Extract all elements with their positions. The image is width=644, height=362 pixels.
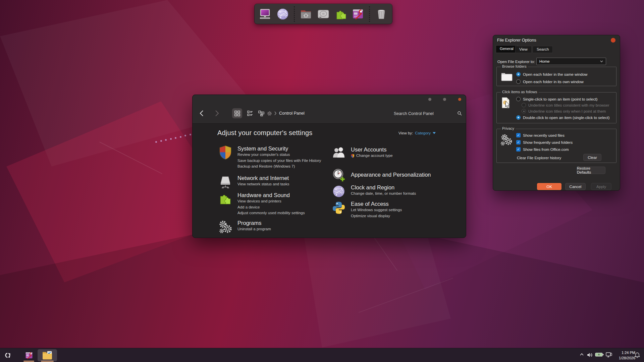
privacy-group: Privacy ✓ Show recently used files ✓ Sho… (496, 129, 616, 163)
battery-charging-icon[interactable] (595, 352, 604, 357)
uac-shield-icon (351, 154, 355, 158)
restore-defaults-button[interactable]: Restore Defaults (577, 167, 605, 174)
cancel-button[interactable]: Cancel (565, 183, 586, 190)
privacy-gears-icon (499, 133, 513, 146)
checkbox-office-files[interactable]: ✓ Show files from Office.com (516, 147, 569, 152)
category-link[interactable]: Change date, time, or number formats (351, 191, 416, 197)
category-title[interactable]: System and Security (237, 145, 321, 152)
radio-icon (522, 109, 526, 113)
network-device-icon (218, 175, 233, 189)
bell-icon[interactable] (635, 352, 640, 358)
click-items-group: Click items as follows Single-click to o… (496, 92, 616, 123)
settings-tools-icon[interactable] (351, 7, 365, 21)
category-title[interactable]: Hardware and Sound (237, 192, 305, 198)
category-title[interactable]: Appearance and Personalization (351, 171, 431, 178)
category-title[interactable]: Ease of Access (351, 200, 402, 207)
category-link[interactable]: Backup and Restore (Windows 7) (237, 164, 321, 170)
clock-time: 1:24 PM (614, 350, 635, 355)
checkbox-recent-files[interactable]: ✓ Show recently used files (516, 133, 565, 137)
category-link[interactable]: Optimize visual display (351, 213, 402, 219)
folder-white-icon (501, 72, 513, 82)
trash-icon[interactable] (374, 7, 388, 21)
top-dock (254, 4, 392, 24)
category-title[interactable]: User Accounts (351, 146, 393, 153)
ok-button[interactable]: OK (537, 183, 561, 190)
computer-icon[interactable] (259, 7, 272, 21)
volume-icon[interactable] (587, 352, 593, 358)
category-link[interactable]: Add a device (237, 204, 305, 210)
tab-search[interactable]: Search (533, 46, 553, 53)
category-link[interactable]: Adjust commonly used mobility settings (237, 210, 305, 216)
category-network-internet[interactable]: Network and Internet View network status… (218, 175, 289, 189)
category-ease-of-access[interactable]: Ease of Access Let Windows suggest setti… (331, 200, 402, 219)
running-indicator (41, 361, 54, 362)
category-title[interactable]: Network and Internet (237, 175, 289, 181)
category-title[interactable]: Programs (237, 220, 271, 226)
radio-single-click[interactable]: Single-click to open an item (point to s… (516, 97, 597, 101)
back-button[interactable] (197, 108, 207, 118)
forward-button[interactable] (212, 108, 222, 118)
gear-icon (266, 108, 273, 118)
category-programs[interactable]: Programs Uninstall a program (218, 220, 271, 234)
security-shield-icon (218, 145, 233, 160)
clock-plus-icon (331, 168, 346, 183)
running-indicator (23, 361, 34, 362)
wallpaper-line (99, 141, 162, 174)
category-link[interactable]: Review your computer's status (237, 152, 321, 158)
dialog-title: File Explorer Options (497, 38, 536, 43)
folder-check-icon (42, 351, 52, 360)
window-minimize-dot[interactable] (428, 98, 431, 101)
category-appearance[interactable]: Appearance and Personalization (331, 168, 431, 183)
category-link[interactable]: Uninstall a program (237, 226, 271, 232)
open-to-select[interactable]: Home (536, 58, 606, 65)
home-folder-icon[interactable] (299, 7, 313, 21)
category-link[interactable]: Save backup copies of your files with Fi… (237, 158, 321, 164)
clear-button[interactable]: Clear (583, 154, 601, 161)
file-explorer-options-dialog: File Explorer Options General View Searc… (493, 35, 620, 191)
ubuntu-launcher-icon[interactable] (5, 352, 11, 360)
clear-history-label: Clear File Explorer history (517, 156, 561, 160)
hidden-icons-chevron[interactable] (580, 352, 584, 357)
window-close-dot[interactable] (458, 98, 461, 101)
browse-folders-group: Browse folders Open each folder in the s… (496, 67, 616, 86)
grid-view-button[interactable] (232, 108, 242, 118)
tree-view-button[interactable] (256, 108, 266, 118)
chevron-down-icon (600, 60, 603, 62)
tray-clock[interactable]: 1:24 PM 1/28/2026 (614, 350, 635, 361)
search-icon[interactable] (456, 108, 463, 118)
tab-view[interactable]: View (515, 46, 532, 53)
desktop: Control Panel Adjust your computer's set… (0, 0, 644, 362)
group-legend: Click items as follows (501, 90, 539, 94)
control-panel-window: Control Panel Adjust your computer's set… (192, 95, 466, 238)
taskbar-app-file-explorer[interactable] (38, 349, 57, 361)
view-by-value[interactable]: Category (415, 131, 431, 135)
checkbox-icon: ✓ (516, 140, 521, 144)
radio-double-click[interactable]: Double-click to open an item (single-cli… (516, 115, 609, 120)
category-title[interactable]: Clock and Region (351, 184, 416, 191)
checkbox-frequent-folders[interactable]: ✓ Show frequently used folders (516, 140, 573, 144)
radio-icon (522, 103, 526, 107)
plugins-puzzle-icon[interactable] (334, 7, 347, 21)
network-display-icon[interactable] (606, 352, 612, 358)
taskbar-app-settings[interactable] (21, 349, 36, 361)
breadcrumb[interactable]: Control Panel (279, 111, 305, 116)
search-input[interactable] (394, 110, 458, 118)
close-button[interactable] (611, 38, 615, 43)
category-link[interactable]: View devices and printers (237, 198, 305, 204)
window-maximize-dot[interactable] (443, 98, 446, 101)
users-icon (331, 146, 346, 161)
network-globe-icon[interactable] (276, 7, 290, 21)
category-link[interactable]: Change account type (351, 153, 393, 159)
category-hardware-sound[interactable]: Hardware and Sound View devices and prin… (218, 192, 305, 216)
category-user-accounts[interactable]: User Accounts Change account type (331, 146, 393, 161)
category-link[interactable]: Let Windows suggest settings (351, 207, 402, 213)
apply-button[interactable]: Apply (591, 183, 611, 190)
list-view-button[interactable] (245, 108, 255, 118)
hard-disk-icon[interactable] (317, 7, 330, 21)
category-link[interactable]: View network status and tasks (237, 181, 289, 187)
category-clock-region[interactable]: Clock and Region Change date, time, or n… (331, 184, 416, 199)
category-system-security[interactable]: System and Security Review your computer… (218, 145, 321, 170)
radio-own-window[interactable]: Open each folder in its own window (516, 79, 584, 84)
tab-general[interactable]: General (496, 45, 518, 53)
radio-same-window[interactable]: Open each folder in the same window (516, 72, 587, 76)
